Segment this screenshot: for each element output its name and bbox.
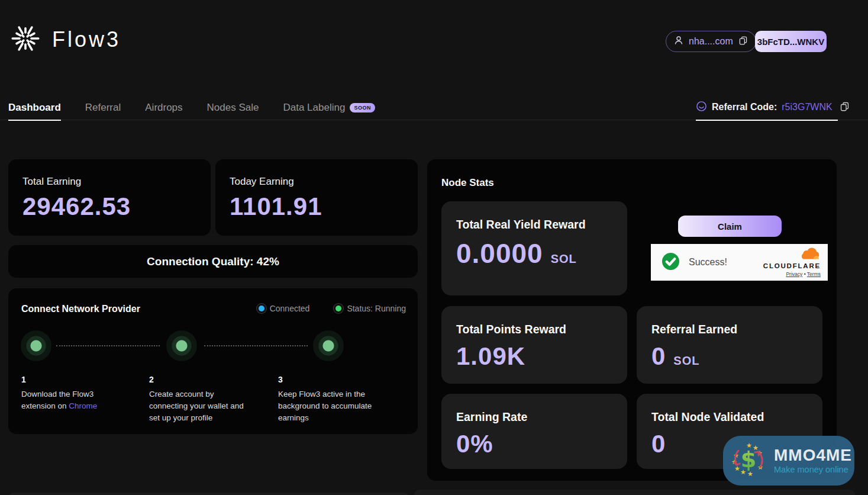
cloudflare-privacy-link[interactable]: Privacy (786, 271, 802, 277)
total-points-card: Total Points Reward 1.09K (441, 306, 627, 384)
svg-text:$: $ (741, 446, 756, 472)
account-email: nha....com (689, 36, 733, 47)
today-earning-label: Today Earning (230, 176, 404, 188)
referral-earned-card: Referral Earned 0 SOL (637, 306, 822, 384)
step2-dot-icon (166, 330, 197, 361)
tab-nodes-sale[interactable]: Nodes Sale (207, 95, 259, 120)
running-label: Status: Running (347, 304, 406, 313)
tab-dashboard[interactable]: Dashboard (8, 95, 61, 120)
svg-text:★: ★ (734, 465, 740, 472)
smiley-icon (696, 101, 707, 114)
soon-badge: SOON (350, 103, 375, 112)
app-frame: Flow3 nha....com 3bFcTD...WNKV Dashboard… (0, 0, 868, 495)
connection-quality-card: Connection Quality: 42% (8, 245, 418, 278)
success-check-icon (662, 252, 680, 273)
running-dot-icon (335, 306, 341, 311)
copy-email-icon[interactable] (738, 36, 748, 47)
provider-status-row: Connected Status: Running (259, 304, 406, 313)
earning-rate-card: Earning Rate 0% (441, 394, 627, 469)
tab-airdrops[interactable]: Airdrops (145, 95, 182, 120)
tab-data-labeling[interactable]: Data Labeling SOON (283, 95, 375, 120)
flow3-logo: Flow3 (8, 21, 121, 58)
total-points-value: 1.09K (456, 342, 525, 371)
total-earning-label: Total Earning (22, 176, 196, 188)
wallet-address-button[interactable]: 3bFcTD...WNKV (755, 31, 827, 52)
yield-reward-value: 0.0000 (456, 237, 543, 269)
step-connector-1 (56, 345, 160, 346)
below-fold-card-right (414, 490, 855, 495)
step-1: 1 Download the Flow3 extension on Chrome (21, 375, 125, 412)
watermark-subtitle: Make money online (774, 465, 852, 474)
copy-referral-icon[interactable] (840, 101, 850, 114)
chrome-link[interactable]: Chrome (69, 401, 97, 410)
referral-earned-value: 0 (651, 342, 666, 371)
cloudflare-brand-text: CLOUDFLARE (763, 262, 821, 269)
yield-reward-unit: SOL (551, 252, 577, 266)
cloudflare-links: Privacy • Terms (763, 271, 821, 277)
today-earning-value: 1101.91 (230, 192, 404, 221)
connected-indicator: Connected (259, 304, 310, 313)
logo-wordmark: Flow3 (52, 27, 121, 52)
below-fold-card-left (8, 493, 409, 495)
node-validated-value: 0 (651, 430, 666, 458)
step3-dot-icon (313, 330, 344, 361)
cloudflare-terms-link[interactable]: Terms (807, 271, 821, 277)
today-earning-card: Today Earning 1101.91 (215, 159, 418, 236)
referral-code-value: r5i3G7WNK (782, 102, 832, 112)
running-indicator: Status: Running (335, 304, 406, 313)
claim-button[interactable]: Claim (678, 216, 782, 237)
cloudflare-cloud-icon (799, 247, 819, 262)
account-pill[interactable]: nha....com (666, 31, 756, 52)
nav-tabs: Dashboard Referral Airdrops Nodes Sale D… (8, 95, 375, 120)
earning-rate-value: 0% (456, 430, 493, 458)
node-stats-card: Node Stats Total Real Yield Reward 0.000… (427, 159, 837, 481)
tab-referral[interactable]: Referral (85, 95, 121, 120)
connection-quality-text: Connection Quality: 42% (147, 255, 279, 268)
total-earning-value: 29462.53 (22, 192, 196, 221)
cloudflare-status-text: Success! (689, 257, 727, 268)
watermark-title: MMO4ME (774, 447, 852, 464)
connected-dot-icon (259, 306, 264, 311)
step-connector-2 (204, 345, 308, 346)
user-icon (674, 36, 683, 47)
referral-code-block: Referral Code: r5i3G7WNK (696, 95, 838, 121)
main-nav: Dashboard Referral Airdrops Nodes Sale D… (0, 95, 868, 120)
node-stats-title: Node Stats (441, 177, 494, 189)
step1-dot-icon (21, 330, 51, 361)
cloudflare-widget: Success! CLOUDFLARE Privacy • Terms (651, 244, 828, 281)
connect-provider-title: Connect Network Provider (21, 304, 140, 314)
connected-label: Connected (270, 304, 310, 313)
connect-provider-card: Connect Network Provider Connected Statu… (8, 288, 418, 434)
mmo4me-logo-icon: ★★★ ★★★ ★★★ $ (729, 439, 770, 483)
mmo4me-watermark: ★★★ ★★★ ★★★ $ MMO4ME Make money online (723, 436, 854, 486)
step-2: 2 Create account by connecting your wall… (149, 375, 247, 424)
yield-reward-card: Total Real Yield Reward 0.0000 SOL (441, 201, 627, 295)
referral-earned-unit: SOL (673, 354, 699, 368)
flow3-starburst-icon (8, 21, 43, 58)
total-earning-card: Total Earning 29462.53 (8, 159, 211, 236)
yield-reward-label: Total Real Yield Reward (456, 218, 612, 232)
step-3: 3 Keep Flow3 active in the background to… (278, 375, 382, 424)
referral-code-label: Referral Code: (712, 102, 777, 112)
